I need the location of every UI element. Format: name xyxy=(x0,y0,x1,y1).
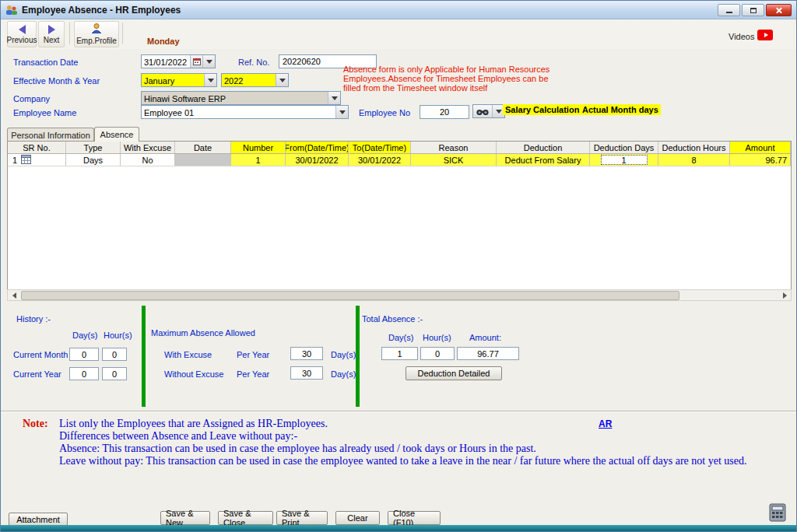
weekday-label: Monday xyxy=(147,37,180,46)
per-year-label: Per Year xyxy=(237,369,269,379)
clear-button[interactable]: Clear xyxy=(335,511,380,525)
col-header-reason: Reason xyxy=(411,142,497,153)
cell-deduction[interactable]: Deduct From Salary xyxy=(497,154,590,166)
col-header-deduction-hours: Deduction Hours xyxy=(658,142,730,153)
without-excuse-label: Without Excuse xyxy=(164,369,223,379)
calendar-icon[interactable] xyxy=(190,55,202,68)
col-header-type: Type xyxy=(66,142,121,153)
ar-language-link[interactable]: AR xyxy=(599,418,612,429)
cell-type[interactable]: Days xyxy=(66,154,121,166)
section-divider xyxy=(1,411,796,412)
bottom-strip xyxy=(1,525,796,531)
max-absence-title: Maximum Absence Allowed xyxy=(151,328,255,338)
save-close-button[interactable]: Save & Close xyxy=(218,511,273,525)
grid-empty-area[interactable] xyxy=(8,166,791,289)
calculator-icon[interactable] xyxy=(768,503,787,525)
col-header-date: Date xyxy=(175,142,231,153)
row-detail-icon[interactable] xyxy=(21,155,31,166)
cell-deduction-days[interactable]: 1 xyxy=(590,154,658,166)
current-month-days-value: 0 xyxy=(69,348,99,361)
cell-date xyxy=(175,154,231,166)
cell-sr-no[interactable]: 1 xyxy=(8,154,66,166)
deduction-detailed-button[interactable]: Deduction Detailed xyxy=(406,366,502,380)
without-excuse-value[interactable]: 30 xyxy=(290,366,323,380)
col-header-from-date: From(Date/Time) xyxy=(286,142,349,153)
titlebar: Employee Absence - HR Employees xyxy=(1,1,796,19)
deduction-days-input[interactable]: 1 xyxy=(601,155,648,165)
effective-year-select[interactable]: 2022 xyxy=(221,73,289,87)
chevron-down-icon[interactable] xyxy=(276,74,288,86)
history-title: History :- xyxy=(16,314,51,324)
person-icon xyxy=(91,23,102,35)
company-select[interactable]: Hinawi Software ERP xyxy=(141,91,341,105)
current-month-label: Current Month xyxy=(13,350,68,359)
col-header-sr-no: SR No. xyxy=(8,142,66,153)
chevron-down-icon[interactable] xyxy=(328,92,340,104)
current-year-label: Current Year xyxy=(13,369,61,379)
tab-personal-information[interactable]: Personal Information xyxy=(7,128,94,142)
green-divider xyxy=(142,306,146,407)
chevron-down-icon[interactable] xyxy=(202,55,215,68)
transaction-date-input[interactable]: 31/01/2022 xyxy=(141,54,216,68)
total-hours-value: 0 xyxy=(420,347,455,360)
total-amount-label: Amount: xyxy=(469,333,501,342)
cell-deduction-hours[interactable]: 8 xyxy=(658,154,730,166)
total-absence-title: Total Absence :- xyxy=(362,314,423,324)
next-button[interactable]: Next xyxy=(38,21,65,47)
col-header-deduction: Deduction xyxy=(497,142,590,153)
video-play-icon[interactable] xyxy=(757,30,773,40)
employee-name-select[interactable]: Employee 01 xyxy=(141,105,349,119)
total-amount-value: 96.77 xyxy=(457,347,519,360)
minimize-icon xyxy=(726,12,732,13)
current-year-hours-value: 0 xyxy=(102,367,127,380)
note-text: List only the Employees that are Assigne… xyxy=(59,418,775,467)
videos-label[interactable]: Videos xyxy=(729,32,754,41)
cell-reason[interactable]: SICK xyxy=(411,154,497,166)
current-year-days-value: 0 xyxy=(69,367,99,380)
cell-amount[interactable]: 96.77 xyxy=(730,154,791,166)
close-f10-button[interactable]: Close (F10) xyxy=(388,511,441,525)
with-excuse-value[interactable]: 30 xyxy=(290,347,323,360)
col-header-number: Number xyxy=(231,142,286,153)
scroll-left-button[interactable] xyxy=(8,290,20,300)
col-header-with-excuse: With Excuse xyxy=(121,142,175,153)
employee-search-button[interactable] xyxy=(472,104,505,118)
col-header-deduction-days: Deduction Days xyxy=(590,142,658,153)
save-print-button[interactable]: Save & Print xyxy=(276,511,328,525)
horizontal-scrollbar[interactable] xyxy=(7,289,792,301)
salary-calculation-link[interactable]: Salary Calculation xyxy=(503,104,581,115)
close-button[interactable] xyxy=(766,4,792,16)
chevron-down-icon[interactable] xyxy=(335,106,348,118)
cell-number[interactable]: 1 xyxy=(231,154,286,166)
effective-month-year-label: Effective Month & Year xyxy=(13,76,100,86)
arrow-left-icon xyxy=(19,25,26,34)
cell-with-excuse[interactable]: No xyxy=(121,154,175,166)
tab-absence[interactable]: Absence xyxy=(94,127,139,142)
absence-grid: SR No. Type With Excuse Date Number From… xyxy=(7,141,792,290)
total-hours-label: Hour(s) xyxy=(423,333,451,342)
cell-to-date[interactable]: 30/01/2022 xyxy=(349,154,411,166)
maximize-button[interactable] xyxy=(742,4,764,16)
days-unit-label: Day(s) xyxy=(331,369,356,379)
col-header-amount: Amount xyxy=(730,142,791,153)
employee-no-input[interactable]: 20 xyxy=(420,105,469,119)
employee-name-label: Employee Name xyxy=(13,108,76,117)
maximize-icon xyxy=(750,8,757,13)
save-new-button[interactable]: Save & New xyxy=(160,511,210,525)
green-divider xyxy=(356,306,360,407)
actual-month-days-link[interactable]: Actual Month days xyxy=(580,104,661,115)
window-title: Employee Absence - HR Employees xyxy=(22,5,181,16)
scroll-right-button[interactable] xyxy=(778,290,791,300)
col-header-to-date: To(Date/Time) xyxy=(349,142,411,153)
minimize-button[interactable] xyxy=(718,4,740,16)
previous-button[interactable]: Previous xyxy=(7,21,37,47)
scrollbar-thumb[interactable] xyxy=(21,291,679,300)
binoculars-icon xyxy=(473,105,492,117)
cell-from-date[interactable]: 30/01/2022 xyxy=(286,154,349,166)
chevron-down-icon[interactable] xyxy=(204,74,216,86)
effective-month-select[interactable]: January xyxy=(141,73,217,87)
note-label: Note: xyxy=(23,418,48,430)
emp-profile-button[interactable]: Emp.Profile xyxy=(74,21,119,47)
attachment-button[interactable]: Attachment xyxy=(9,513,68,526)
company-label: Company xyxy=(13,94,50,103)
